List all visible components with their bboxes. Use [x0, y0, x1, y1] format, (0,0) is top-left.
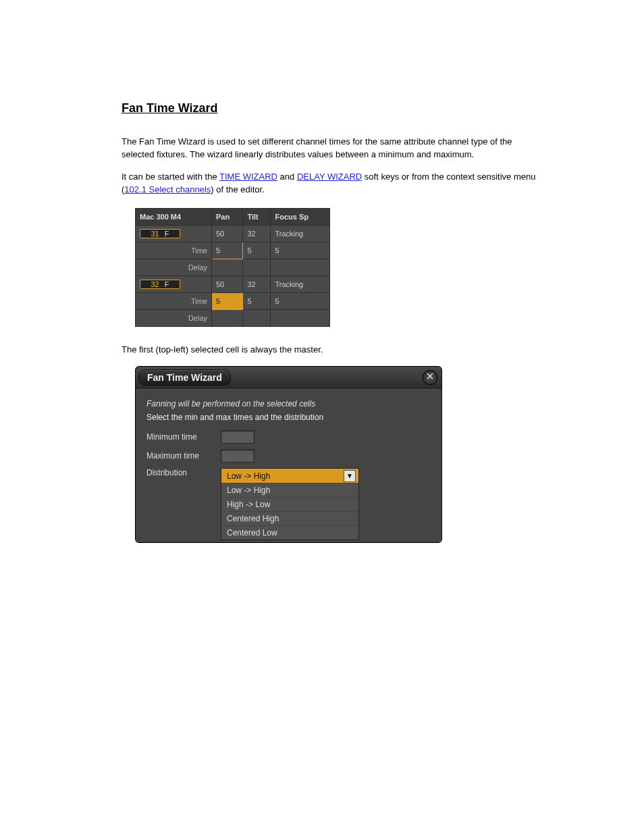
grid-col-tilt: Tilt — [243, 209, 271, 226]
text-mid: and — [280, 172, 297, 182]
delay-pan — [212, 259, 243, 276]
cell-pan: 50 — [212, 276, 243, 293]
grid-col-pan: Pan — [212, 209, 243, 226]
label-maximum-time: Maximum time — [146, 451, 221, 461]
fixture-id-cell: 31F — [136, 226, 212, 242]
section-heading: Fan Time Wizard — [122, 101, 543, 115]
distribution-options: Low -> High High -> Low Centered High Ce… — [221, 483, 359, 540]
delay-pan — [212, 310, 243, 327]
distribution-option[interactable]: Centered High — [221, 511, 358, 525]
time-pan-master: 5 — [212, 242, 243, 259]
distribution-selected-value: Low -> High — [227, 471, 270, 481]
fan-time-wizard-screenshot: Fan Time Wizard Fanning will be performe… — [135, 366, 442, 543]
dialog-note: Fanning will be performed on the selecte… — [146, 399, 431, 409]
text-tail: ) of the editor. — [211, 184, 265, 194]
delay-tilt — [243, 310, 271, 327]
text-pre: It can be started with the — [122, 172, 219, 182]
row-label-time: Time — [136, 293, 212, 310]
time-focus: 5 — [271, 293, 330, 310]
fixture-flag: F — [165, 280, 169, 288]
input-maximum-time[interactable] — [221, 449, 254, 463]
paragraph-intro: The Fan Time Wizard is used to set diffe… — [122, 136, 543, 161]
label-distribution: Distribution — [146, 468, 221, 477]
time-tilt: 5 — [243, 293, 271, 310]
row-label-delay: Delay — [136, 259, 212, 276]
time-pan-selected: 5 — [212, 293, 243, 310]
delay-focus — [271, 259, 330, 276]
fixture-flag: F — [165, 230, 169, 238]
cell-tilt: 32 — [243, 276, 271, 293]
time-tilt: 5 — [243, 242, 271, 259]
close-icon[interactable] — [423, 370, 437, 385]
cell-focus: Tracking — [271, 226, 330, 242]
input-minimum-time[interactable] — [221, 430, 254, 444]
delay-focus — [271, 310, 330, 327]
cell-tilt: 32 — [243, 226, 271, 242]
distribution-option[interactable]: Centered Low — [221, 525, 358, 540]
grid-title: Mac 300 M4 — [136, 209, 212, 226]
fixture-id: 31 — [151, 230, 159, 238]
link-delay-wizard[interactable]: DELAY WIZARD — [297, 172, 362, 182]
grid-col-focus: Focus Sp — [271, 209, 330, 226]
row-label-time: Time — [136, 242, 212, 259]
link-select-channels[interactable]: 102.1 Select channels — [124, 184, 211, 194]
dialog-titlebar: Fan Time Wizard — [136, 367, 441, 389]
label-minimum-time: Minimum time — [146, 432, 221, 442]
distribution-select[interactable]: Low -> High ▼ Low -> High High -> Low Ce… — [221, 468, 359, 484]
cell-pan: 50 — [212, 226, 243, 242]
fixture-id: 32 — [151, 280, 159, 288]
distribution-option[interactable]: High -> Low — [221, 497, 358, 511]
time-focus: 5 — [271, 242, 330, 259]
row-label-delay: Delay — [136, 310, 212, 327]
link-time-wizard[interactable]: TIME WIZARD — [219, 172, 277, 182]
dialog-instruction: Select the min and max times and the dis… — [146, 413, 431, 422]
channel-grid-screenshot: Mac 300 M4 Pan Tilt Focus Sp 31F 50 32 T… — [135, 208, 330, 327]
chevron-down-icon[interactable]: ▼ — [344, 470, 356, 482]
dialog-title: Fan Time Wizard — [138, 369, 231, 386]
fixture-id-cell: 32F — [136, 276, 212, 293]
cell-focus: Tracking — [271, 276, 330, 293]
distribution-option[interactable]: Low -> High — [221, 483, 358, 497]
paragraph-master-note: The first (top-left) selected cell is al… — [122, 344, 543, 357]
delay-tilt — [243, 259, 271, 276]
paragraph-links: It can be started with the TIME WIZARD a… — [122, 171, 543, 197]
